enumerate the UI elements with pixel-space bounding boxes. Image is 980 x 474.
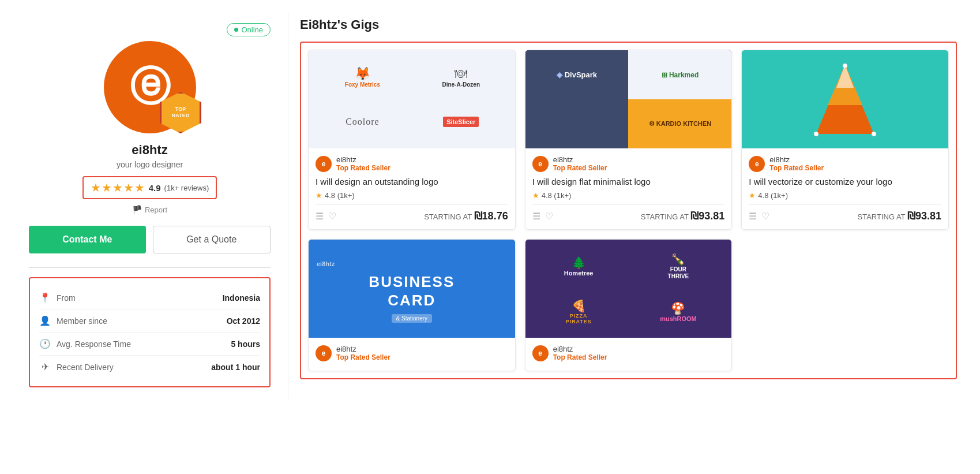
avatar-area: ⓔ TOP RATED bbox=[29, 41, 271, 133]
gig-score-3: 4.8 (1k+) bbox=[758, 191, 788, 200]
gig-body-4: e ei8htz Top Rated Seller bbox=[309, 338, 515, 371]
seller-avatar-4: e bbox=[316, 345, 332, 361]
seller-row-3: e ei8htz Top Rated Seller bbox=[749, 155, 941, 172]
gig-price-amount-3: ₪93.81 bbox=[907, 210, 941, 222]
gig-thumb-5: 🌲 Hometree 🍾 FOURTHRIVE 🍕 PIZZAPIRATES bbox=[525, 240, 732, 338]
svg-point-3 bbox=[843, 64, 847, 68]
page-wrapper: Online ⓔ TOP RATED ei8htz your logo desi… bbox=[0, 0, 980, 410]
thumb-dark-grid: ◈ DivSpark ⊞ Harkmed ⚙ KARDIO KITCHEN bbox=[525, 50, 732, 148]
blue-tag: & Stationery bbox=[392, 314, 432, 323]
member-icon: 👤 bbox=[39, 315, 51, 326]
gig-body-1: e ei8htz Top Rated Seller I will design … bbox=[309, 148, 515, 229]
gig-footer-1: ☰ ♡ STARTING AT ₪18.76 bbox=[316, 204, 508, 222]
tagline: your logo designer bbox=[29, 160, 271, 169]
gig-thumb-3 bbox=[742, 50, 948, 148]
seller-name-5: ei8htz bbox=[553, 345, 607, 353]
hometree-item: 🌲 Hometree bbox=[564, 256, 594, 277]
divspark-cell: ◈ DivSpark bbox=[525, 50, 629, 99]
heart-icon-3[interactable]: ♡ bbox=[761, 211, 769, 222]
thumb-purple: 🌲 Hometree 🍾 FOURTHRIVE 🍕 PIZZAPIRATES bbox=[525, 240, 732, 338]
from-value: Indonesia bbox=[223, 293, 260, 303]
top-rated-text: TOP RATED bbox=[172, 106, 189, 119]
gig-footer-icons-2: ☰ ♡ bbox=[532, 211, 553, 222]
seller-row-4: e ei8htz Top Rated Seller bbox=[316, 345, 508, 361]
triangle-svg bbox=[810, 59, 880, 140]
online-dot bbox=[234, 28, 238, 32]
gig-card-3[interactable]: e ei8htz Top Rated Seller I will vectori… bbox=[741, 50, 949, 230]
svg-point-4 bbox=[872, 132, 876, 136]
logo-foxy: 🦊 Foxy Metrics bbox=[345, 66, 380, 88]
contact-me-button[interactable]: Contact Me bbox=[29, 226, 146, 253]
report-row[interactable]: 🏴 Report bbox=[29, 205, 271, 214]
star-icon-2: ★ bbox=[532, 191, 539, 200]
top-rated-label-2: Top Rated Seller bbox=[553, 164, 607, 172]
gig-price-2: STARTING AT ₪93.81 bbox=[641, 210, 725, 222]
list-icon-3[interactable]: ☰ bbox=[749, 211, 757, 222]
blue-brand: ei8htz bbox=[309, 255, 343, 273]
response-label: Avg. Response Time bbox=[57, 339, 131, 349]
location-icon: 📍 bbox=[39, 292, 51, 303]
seller-name-3: ei8htz bbox=[769, 155, 824, 164]
harkmed-cell: ⊞ Harkmed bbox=[628, 50, 731, 99]
gig-card-5[interactable]: 🌲 Hometree 🍾 FOURTHRIVE 🍕 PIZZAPIRATES bbox=[525, 239, 733, 371]
gig-body-5: e ei8htz Top Rated Seller bbox=[525, 338, 732, 371]
top-rated-label-5: Top Rated Seller bbox=[553, 353, 607, 361]
gig-score-1: 4.8 (1k+) bbox=[325, 191, 355, 200]
right-panel: Ei8htz's Gigs 🦊 Foxy Metrics 🍽 Dine-A-Do… bbox=[288, 12, 968, 399]
top-rated-label-1: Top Rated Seller bbox=[336, 164, 391, 172]
kardio-cell: ⚙ KARDIO KITCHEN bbox=[628, 99, 731, 148]
gig-price-1: STARTING AT ₪18.76 bbox=[424, 210, 508, 222]
from-label: From bbox=[57, 293, 76, 303]
seller-row-5: e ei8htz Top Rated Seller bbox=[532, 345, 725, 361]
info-row-from: 📍 From Indonesia bbox=[39, 286, 260, 309]
gig-price-amount-1: ₪18.76 bbox=[474, 210, 508, 222]
gigs-grid: 🦊 Foxy Metrics 🍽 Dine-A-Dozen Coolore Si… bbox=[300, 42, 957, 379]
rating-row: ★★★★★ 4.9 (1k+ reviews) bbox=[82, 176, 217, 199]
gig-rating-3: ★ 4.8 (1k+) bbox=[749, 191, 941, 200]
gig-thumb-2: ◈ DivSpark ⊞ Harkmed ⚙ KARDIO KITCHEN bbox=[525, 50, 732, 148]
blue-title: BUSINESSCARD bbox=[369, 273, 455, 309]
rating-reviews: (1k+ reviews) bbox=[164, 184, 209, 192]
rating-score: 4.9 bbox=[149, 183, 161, 193]
gig-price-amount-2: ₪93.81 bbox=[690, 210, 724, 222]
list-icon-1[interactable]: ☰ bbox=[316, 211, 324, 222]
gig-rating-2: ★ 4.8 (1k+) bbox=[532, 191, 725, 200]
online-badge-area: Online bbox=[29, 23, 271, 36]
list-icon-2[interactable]: ☰ bbox=[532, 211, 540, 222]
member-label: Member since bbox=[57, 316, 107, 326]
section-title: Ei8htz's Gigs bbox=[300, 17, 957, 32]
clock-icon: 🕐 bbox=[39, 338, 51, 349]
fourthrive-item: 🍾 FOURTHRIVE bbox=[668, 252, 689, 280]
gig-title-1: I will design an outstanding logo bbox=[316, 176, 508, 188]
gig-footer-icons-1: ☰ ♡ bbox=[316, 211, 336, 222]
heart-icon-2[interactable]: ♡ bbox=[545, 211, 553, 222]
gig-card-4[interactable]: ei8htz BUSINESSCARD & Stationery e ei8ht… bbox=[308, 239, 516, 371]
empty-cell bbox=[525, 99, 629, 148]
online-pill: Online bbox=[227, 23, 271, 36]
gig-footer-2: ☰ ♡ STARTING AT ₪93.81 bbox=[532, 204, 725, 222]
heart-icon-1[interactable]: ♡ bbox=[328, 211, 336, 222]
logo-dine: 🍽 Dine-A-Dozen bbox=[442, 66, 480, 88]
gig-score-2: 4.8 (1k+) bbox=[542, 191, 572, 200]
thumb-teal bbox=[742, 50, 948, 148]
star-icon-3: ★ bbox=[749, 191, 756, 200]
seller-row-1: e ei8htz Top Rated Seller bbox=[316, 155, 508, 172]
logo-siteslicer: SiteSlicer bbox=[443, 117, 479, 127]
gig-card-1[interactable]: 🦊 Foxy Metrics 🍽 Dine-A-Dozen Coolore Si… bbox=[308, 50, 516, 230]
get-quote-button[interactable]: Get a Quote bbox=[153, 226, 271, 253]
seller-name-1: ei8htz bbox=[336, 155, 391, 164]
seller-row-2: e ei8htz Top Rated Seller bbox=[532, 155, 725, 172]
gig-thumb-1: 🦊 Foxy Metrics 🍽 Dine-A-Dozen Coolore Si… bbox=[309, 50, 515, 148]
flag-icon: 🏴 bbox=[132, 205, 142, 214]
thumb-blue: ei8htz BUSINESSCARD & Stationery bbox=[309, 240, 515, 338]
svg-point-5 bbox=[814, 132, 818, 136]
mushroom-item: 🍄 mushROOM bbox=[660, 301, 697, 322]
report-label: Report bbox=[145, 206, 167, 214]
logo-coolore: Coolore bbox=[346, 117, 380, 127]
divider bbox=[29, 267, 271, 268]
seller-avatar-1: e bbox=[316, 156, 332, 172]
info-box: 📍 From Indonesia 👤 Member since Oct 2012… bbox=[29, 277, 271, 387]
delivery-value: about 1 hour bbox=[211, 363, 260, 372]
gig-price-3: STARTING AT ₪93.81 bbox=[857, 210, 941, 222]
gig-card-2[interactable]: ◈ DivSpark ⊞ Harkmed ⚙ KARDIO KITCHEN e bbox=[525, 50, 733, 230]
